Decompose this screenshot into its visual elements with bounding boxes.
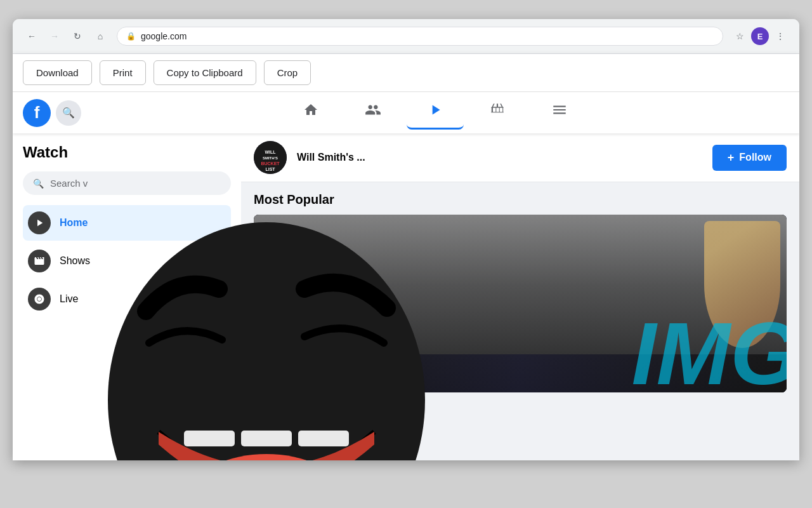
screenshot-toolbar: Download Print Copy to Clipboard Crop [13, 54, 799, 92]
facebook-content: f 🔍 [13, 92, 799, 460]
video-thumbnail[interactable]: IMG [254, 215, 787, 392]
home-button[interactable]: ⌂ [91, 27, 109, 45]
svg-text:LIST: LIST [265, 167, 275, 171]
svg-text:SMITH'S: SMITH'S [263, 156, 278, 160]
lock-icon: 🔒 [126, 32, 136, 41]
follow-plus-icon: + [728, 151, 735, 164]
address-bar[interactable]: 🔒 google.com [117, 27, 723, 46]
back-button[interactable]: ← [23, 27, 41, 45]
search-icon: 🔍 [62, 107, 75, 119]
sidebar-shows-icon [28, 250, 51, 272]
facebook-logo[interactable]: f [23, 99, 51, 127]
print-button[interactable]: Print [100, 60, 146, 85]
video-search-bar[interactable]: 🔍 Search v [23, 171, 231, 195]
nav-watch[interactable] [407, 97, 464, 130]
profile-button[interactable]: E [751, 27, 769, 45]
sidebar-shows-label: Shows [60, 255, 90, 267]
crop-button[interactable]: Crop [264, 60, 311, 85]
most-popular-section: Most Popular [241, 182, 799, 403]
channel-name: Will Smith's ... [297, 152, 702, 163]
nav-marketplace[interactable] [469, 97, 526, 130]
most-popular-title: Most Popular [254, 192, 787, 207]
watch-title: Watch [23, 144, 231, 161]
sidebar-home-label: Home [60, 217, 88, 229]
watch-icon [427, 102, 443, 122]
fb-search-button[interactable]: 🔍 [56, 100, 81, 126]
svg-text:WILL: WILL [265, 150, 276, 154]
follow-label: Follow [739, 152, 771, 163]
sidebar-item-shows[interactable]: Shows [23, 243, 231, 279]
nav-friends[interactable] [344, 97, 402, 130]
channel-avatar: WILL SMITH'S BUCKET LIST [254, 141, 287, 174]
video-scene: IMG [254, 215, 787, 392]
search-bar-icon: 🔍 [33, 178, 44, 189]
url-text: google.com [141, 31, 187, 41]
sidebar-live-icon [28, 288, 51, 311]
sidebar-live-label: Live [60, 293, 78, 305]
browser-toolbar-right: ☆ E ⋮ [731, 27, 789, 45]
menu-icon [551, 102, 568, 122]
marketplace-icon [489, 102, 506, 122]
watch-container: Watch 🔍 Search v Home [13, 133, 799, 460]
download-button[interactable]: Download [23, 60, 92, 85]
copy-to-clipboard-button[interactable]: Copy to Clipboard [154, 60, 256, 85]
watch-sidebar: Watch 🔍 Search v Home [13, 133, 241, 460]
fb-header: f 🔍 [13, 92, 799, 133]
nav-menu[interactable] [531, 97, 588, 130]
fb-nav [81, 97, 789, 130]
bookmark-button[interactable]: ☆ [731, 27, 749, 45]
watch-main: WILL SMITH'S BUCKET LIST Will Smith's ..… [241, 133, 799, 460]
forward-button[interactable]: → [46, 27, 63, 45]
sidebar-home-icon [28, 211, 51, 234]
follow-button[interactable]: + Follow [712, 145, 787, 171]
home-icon [303, 102, 318, 121]
sidebar-item-home[interactable]: Home [23, 205, 231, 241]
video-preview-background: IMG [254, 215, 787, 392]
channel-header: WILL SMITH'S BUCKET LIST Will Smith's ..… [241, 133, 799, 182]
svg-point-0 [37, 297, 41, 301]
nav-home[interactable] [282, 97, 339, 130]
img-watermark: IMG [632, 302, 787, 392]
svg-text:BUCKET: BUCKET [261, 161, 280, 166]
browser-controls: ← → ↻ ⌂ [23, 27, 109, 45]
reload-button[interactable]: ↻ [69, 27, 86, 45]
friends-icon [365, 102, 381, 122]
search-bar-placeholder: Search v [50, 178, 88, 189]
browser-window: ← → ↻ ⌂ 🔒 google.com ☆ E ⋮ Download Prin… [13, 19, 799, 460]
more-button[interactable]: ⋮ [771, 27, 789, 45]
sidebar-item-live[interactable]: Live [23, 281, 231, 317]
browser-titlebar: ← → ↻ ⌂ 🔒 google.com ☆ E ⋮ [13, 19, 799, 54]
